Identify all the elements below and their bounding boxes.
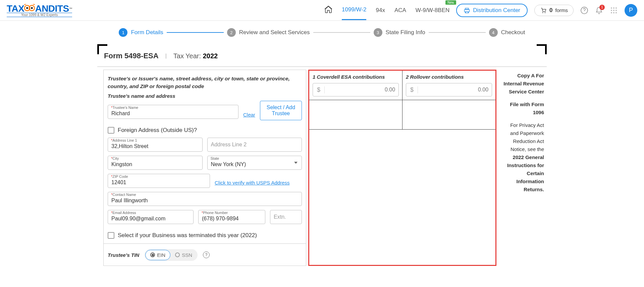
svg-point-4	[542, 12, 543, 13]
select-add-trustee-button[interactable]: Select / Add Trustee	[260, 101, 302, 120]
logo[interactable]: TAX ANDITS ™ Your 1099 & W2 Experts	[7, 3, 72, 17]
step-checkout[interactable]: 4 Checkout	[489, 28, 525, 37]
trustee-section-title: Trustee's or Issuer's name, street addre…	[108, 75, 302, 90]
tax-year: Tax Year: 2022	[173, 52, 218, 60]
svg-point-9	[615, 7, 617, 9]
foreign-address-label: Foreign Address (Outside US)?	[118, 127, 197, 134]
rollover-label: 2 Rollover contributions	[406, 74, 492, 80]
nav-w9-label: W-9/W-8BEN	[416, 7, 449, 13]
business-terminated-label: Select if your Business was terminated t…	[118, 232, 257, 239]
avatar[interactable]: P	[625, 4, 637, 17]
verify-usps-link[interactable]: Click to verify with USPS Address	[215, 180, 289, 186]
foreign-address-checkbox[interactable]	[108, 127, 114, 134]
rollover-input[interactable]	[418, 87, 492, 93]
nav-94x[interactable]: 94x	[376, 1, 385, 20]
svg-point-10	[611, 10, 612, 11]
contact-name-input[interactable]	[108, 192, 302, 206]
svg-point-14	[613, 12, 614, 13]
coverdell-input[interactable]	[325, 87, 398, 93]
apps-icon[interactable]	[610, 6, 618, 14]
city-input[interactable]	[108, 156, 203, 170]
step-form-details[interactable]: 1 Form Details	[119, 28, 163, 37]
notification-icon[interactable]: 1	[595, 6, 603, 14]
nav-aca[interactable]: ACA	[394, 1, 406, 20]
forms-count: 0	[549, 7, 552, 14]
distribution-center-label: Distribution Center	[473, 7, 520, 14]
stepper: 1 Form Details 2 Review and Select Servi…	[0, 21, 644, 44]
tin-ein-radio[interactable]: EIN	[145, 250, 170, 260]
printer-icon	[464, 7, 470, 14]
right-info-panel: Copy A For Internal Revenue Service Cent…	[498, 67, 547, 266]
svg-point-13	[611, 12, 612, 13]
business-terminated-checkbox[interactable]	[108, 232, 114, 239]
svg-point-12	[615, 10, 617, 11]
corner-decoration	[537, 44, 547, 54]
home-icon[interactable]	[324, 5, 332, 15]
coverdell-label: 1 Coverdell ESA contributions	[313, 74, 399, 80]
help-icon[interactable]	[580, 6, 588, 14]
logo-tagline: Your 1099 & W2 Experts	[7, 13, 72, 17]
extn-input[interactable]	[270, 210, 302, 224]
form-title: Form 5498-ESA	[104, 52, 159, 60]
svg-point-3	[31, 7, 33, 9]
forms-label: forms	[555, 7, 568, 13]
distribution-center-button[interactable]: Distribution Center	[456, 4, 528, 17]
tin-type-toggle: EIN SSN	[145, 249, 198, 261]
svg-point-2	[26, 7, 28, 9]
svg-point-7	[611, 7, 612, 9]
nav-1099-w2[interactable]: 1099/W-2	[342, 0, 366, 20]
step-state-filing[interactable]: 3 State Filing Info	[374, 28, 425, 37]
contributions-panel: 1 Coverdell ESA contributions $ 2 Rollov…	[308, 70, 496, 266]
new-badge: New	[445, 0, 456, 5]
notification-badge: 1	[599, 5, 605, 10]
corner-decoration	[97, 44, 107, 54]
owl-icon	[23, 4, 36, 13]
cart-icon	[540, 7, 547, 14]
clear-link[interactable]: Clear	[243, 112, 255, 118]
step-review[interactable]: 2 Review and Select Services	[227, 28, 310, 37]
logo-tm: ™	[69, 7, 72, 11]
nav-w9[interactable]: W-9/W-8BEN New	[416, 1, 449, 20]
copy-a-text: Copy A For Internal Revenue Service Cent…	[503, 73, 544, 94]
svg-point-5	[545, 12, 546, 13]
address-line2-input[interactable]	[207, 138, 302, 152]
tin-ssn-radio[interactable]: SSN	[170, 250, 197, 260]
cart-forms-button[interactable]: 0 forms	[534, 5, 574, 16]
svg-point-15	[615, 12, 617, 13]
tin-help-icon[interactable]: ?	[203, 252, 210, 258]
svg-point-8	[613, 7, 614, 9]
privacy-notice: For Privacy Act and Paperwork Reduction …	[501, 121, 544, 194]
state-select[interactable]	[207, 156, 302, 170]
tin-label: Trustee's TIN	[108, 252, 139, 258]
file-with-text: File with Form 1096	[510, 101, 544, 115]
svg-point-11	[613, 10, 614, 11]
trustee-sub-title: Trustee's name and address	[108, 93, 302, 99]
